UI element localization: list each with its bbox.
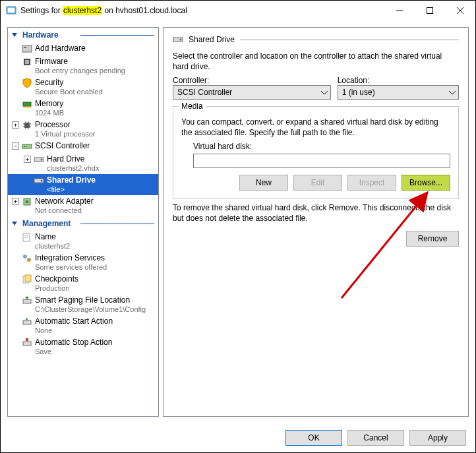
- svg-rect-3: [427, 8, 433, 14]
- location-select[interactable]: 1 (in use): [338, 85, 459, 100]
- tree-auto-start[interactable]: Automatic Start ActionNone: [8, 315, 158, 336]
- edit-button: Edit: [293, 175, 342, 191]
- title-on: on: [104, 6, 113, 15]
- svg-rect-1: [8, 8, 15, 13]
- svg-rect-41: [26, 338, 28, 341]
- dialog-footer: OK Cancel Apply: [1, 423, 475, 452]
- chevron-down-icon: [321, 88, 328, 97]
- browse-button[interactable]: Browse...: [402, 175, 450, 191]
- svg-point-27: [41, 180, 43, 182]
- chevron-down-icon: [449, 88, 456, 97]
- remove-button[interactable]: Remove: [406, 231, 459, 247]
- content-heading: Shared Drive: [189, 35, 235, 44]
- title-vm-highlight: clusterhst2: [63, 6, 102, 15]
- controller-select[interactable]: SCSI Controller: [173, 85, 331, 100]
- svg-rect-7: [24, 47, 26, 48]
- location-label: Location:: [338, 76, 459, 85]
- svg-rect-12: [24, 123, 30, 128]
- close-button[interactable]: [445, 1, 475, 20]
- svg-rect-29: [26, 200, 28, 203]
- tree-auto-stop[interactable]: Automatic Stop ActionSave: [8, 336, 158, 357]
- svg-rect-36: [25, 275, 31, 282]
- tree-firmware[interactable]: FirmwareBoot entry changes pending: [8, 55, 158, 76]
- controller-label: Controller:: [173, 76, 331, 85]
- svg-rect-10: [23, 102, 31, 106]
- title-prefix: Settings for: [20, 6, 61, 15]
- vhd-label: Virtual hard disk:: [193, 142, 450, 151]
- app-icon: [6, 5, 16, 16]
- tree-checkpoints[interactable]: CheckpointsProduction: [8, 273, 158, 294]
- tree-shared-drive[interactable]: Shared Drive<file>: [8, 174, 158, 195]
- svg-rect-38: [23, 320, 31, 324]
- tree-network-adapter[interactable]: +Network AdapterNot connected: [8, 195, 158, 216]
- svg-point-34: [27, 258, 31, 262]
- svg-rect-6: [22, 45, 32, 52]
- media-text: You can compact, convert, or expand a sh…: [181, 117, 450, 138]
- svg-rect-40: [23, 342, 31, 346]
- inspect-button: Inspect: [347, 175, 396, 191]
- tree-name[interactable]: Nameclusterhst2: [8, 231, 158, 252]
- media-group-title: Media: [179, 102, 206, 111]
- tree-scsi-controller[interactable]: −SCSI Controller: [8, 140, 158, 153]
- cancel-button[interactable]: Cancel: [347, 430, 404, 446]
- remove-text: To remove the shared virtual hard disk, …: [173, 203, 459, 224]
- tree-smart-paging[interactable]: Smart Paging File LocationC:\ClusterStor…: [8, 294, 158, 315]
- media-group: Media You can compact, convert, or expan…: [173, 106, 459, 199]
- expand-icon[interactable]: +: [12, 121, 19, 129]
- maximize-button[interactable]: [415, 1, 445, 20]
- section-hardware[interactable]: Hardware: [8, 28, 158, 42]
- tree-add-hardware[interactable]: Add Hardware: [8, 42, 158, 55]
- apply-button[interactable]: Apply: [409, 430, 466, 446]
- intro-text: Select the controller and location on th…: [173, 51, 459, 72]
- svg-rect-9: [25, 60, 29, 64]
- tree-integration-services[interactable]: Integration ServicesSome services offere…: [8, 252, 158, 273]
- section-management[interactable]: Management: [8, 216, 158, 231]
- title-host: hvhost01.cloud.local: [115, 6, 187, 15]
- settings-content: Shared Drive Select the controller and l…: [163, 27, 469, 417]
- collapse-icon[interactable]: −: [12, 142, 19, 150]
- tree-security[interactable]: SecuritySecure Boot enabled: [8, 76, 158, 98]
- minimize-button[interactable]: [384, 1, 415, 20]
- tree-hard-drive[interactable]: +Hard Driveclusterhst2.vhdx: [8, 153, 158, 174]
- settings-tree: Hardware Add Hardware FirmwareBoot entry…: [7, 27, 159, 417]
- svg-point-23: [26, 146, 27, 147]
- ok-button[interactable]: OK: [285, 430, 342, 446]
- svg-point-22: [24, 146, 25, 147]
- tree-processor[interactable]: +Processor1 Virtual processor: [8, 119, 158, 140]
- svg-point-25: [41, 159, 43, 161]
- tree-memory[interactable]: Memory1024 MB: [8, 98, 158, 119]
- vhd-path-input[interactable]: [193, 154, 450, 168]
- settings-window: Settings for clusterhst2 on hvhost01.clo…: [0, 0, 476, 453]
- svg-point-33: [23, 255, 27, 258]
- titlebar: Settings for clusterhst2 on hvhost01.clo…: [1, 1, 475, 20]
- svg-marker-39: [26, 318, 28, 320]
- svg-point-43: [180, 39, 182, 41]
- drive-icon: [173, 34, 183, 45]
- new-button[interactable]: New: [239, 175, 288, 191]
